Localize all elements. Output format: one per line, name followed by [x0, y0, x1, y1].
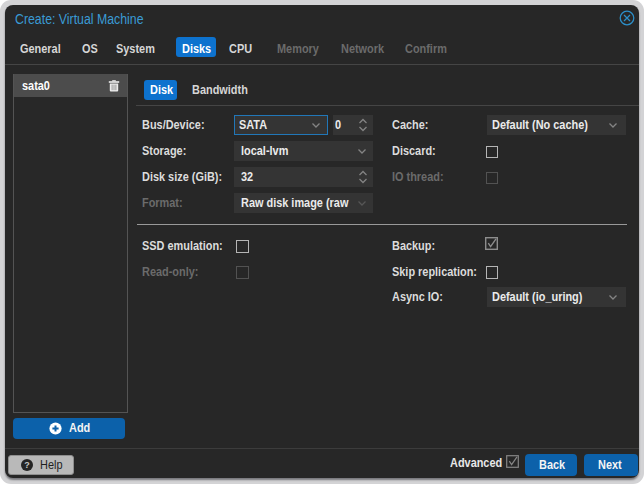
- svg-text:?: ?: [24, 460, 30, 470]
